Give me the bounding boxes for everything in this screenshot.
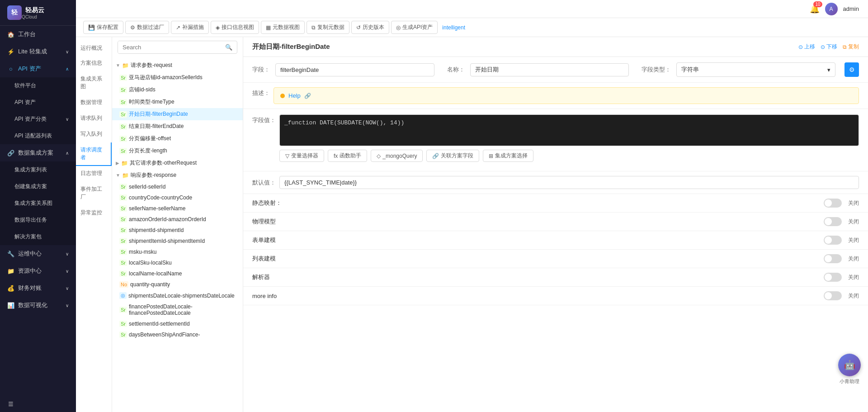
tree-folder-other[interactable]: ▶ 📁 其它请求参数-otherRequest <box>112 157 243 169</box>
static-map-toggle[interactable] <box>824 199 842 208</box>
sidebar-item-data-export[interactable]: 数据导出任务 <box>0 212 76 228</box>
intelligent-link[interactable]: intelligent <box>439 23 468 33</box>
tree-item-10[interactable]: Sr sellerId-sellerId <box>112 181 243 192</box>
data-viz-icon: 📊 <box>7 302 14 309</box>
history-button[interactable]: ↺ 历史版本 <box>351 21 389 34</box>
type-str-3: Sr <box>119 111 127 118</box>
tree-item-5[interactable]: Sr 分页偏移量-offset <box>112 133 243 145</box>
parser-toggle[interactable] <box>824 273 842 282</box>
sidebar-item-solution-list[interactable]: 集成方案列表 <box>0 161 76 178</box>
action-down[interactable]: ⊙ 下移 <box>821 43 837 51</box>
tree-item-0[interactable]: Sr 亚马逊店铺id-amazonSellerIds <box>112 71 243 84</box>
nav-solution-info-label: 方案信息 <box>80 59 102 67</box>
tree-item-11[interactable]: Sr countryCode-countryCode <box>112 192 243 203</box>
tree-item-22[interactable]: Sr settlementId-settlementId <box>112 318 243 329</box>
left-sidebar: 轻 轻易云 QCloud 🏠 工作台 ⚡ Lite 轻集成 ∨ ○ API 资产… <box>0 0 76 412</box>
mongo-query-button[interactable]: ◇ _mongoQuery <box>371 150 423 162</box>
generate-api-button[interactable]: ◎ 生成API资产 <box>391 21 438 34</box>
solution-select-button[interactable]: ⊞ 集成方案选择 <box>483 150 533 162</box>
tree-item-3[interactable]: Sr 开始日期-filterBeginDate <box>112 108 243 120</box>
action-up[interactable]: ⊙ 上移 <box>798 43 815 51</box>
more-info-label: more info <box>252 293 824 299</box>
related-field-button[interactable]: 🔗 关联方案字段 <box>426 150 479 162</box>
variable-selector-button[interactable]: ▽ 变量选择器 <box>279 150 324 162</box>
tree-item-20[interactable]: ◎ shipmentsDateLocale-shipmentsDateLocal… <box>112 290 243 301</box>
tree-item-12[interactable]: Sr sellerName-sellerName <box>112 203 243 214</box>
gear-icon: ⚙ <box>849 66 855 73</box>
tree-item-18[interactable]: Sr localName-localName <box>112 268 243 279</box>
physical-model-toggle[interactable] <box>824 217 842 226</box>
name-input[interactable] <box>470 63 629 76</box>
tree-folder-response[interactable]: ▼ 📁 响应参数-response <box>112 169 243 181</box>
sidebar-item-solution-map[interactable]: 集成方案关系图 <box>0 195 76 212</box>
tree-item-14[interactable]: Sr shipmentId-shipmentId <box>112 225 243 236</box>
chat-assistant[interactable]: 🤖 小青助理 <box>838 354 861 385</box>
sidebar-item-data-viz[interactable]: 📊 数据可视化 ∨ <box>0 297 76 314</box>
nav-data-mgmt[interactable]: 数据管理 <box>76 95 112 111</box>
tree-item-6[interactable]: Sr 分页长度-length <box>112 145 243 157</box>
tree-label-13: amazonOrderId-amazonOrderId <box>129 216 206 223</box>
sidebar-item-software[interactable]: 软件平台 <box>0 77 76 94</box>
nav-request-queue[interactable]: 请求队列 <box>76 111 112 127</box>
more-info-toggle[interactable] <box>824 291 842 300</box>
tree-item-13[interactable]: Sr amazonOrderId-amazonOrderId <box>112 214 243 225</box>
tree-item-23[interactable]: Sr daysBetweenShipAndFiance- <box>112 329 243 340</box>
save-config-label: 保存配置 <box>97 24 118 31</box>
action-copy[interactable]: ⧉ 复制 <box>843 43 859 51</box>
sidebar-item-ops[interactable]: 🔧 运维中心 ∨ <box>0 245 76 262</box>
tree-item-17[interactable]: Sr localSku-localSku <box>112 257 243 268</box>
nav-overview[interactable]: 运行概况 <box>76 41 112 56</box>
interface-info-button[interactable]: ◈ 接口信息视图 <box>211 21 259 34</box>
search-icon[interactable]: 🔍 <box>221 41 237 53</box>
assistant-avatar[interactable]: 🤖 <box>838 354 861 376</box>
sidebar-item-data-integration[interactable]: 🔗 数据集成方案 ∧ <box>0 144 76 161</box>
nav-solution-info[interactable]: 方案信息 <box>76 56 112 71</box>
tree-item-15[interactable]: Sr shipmentItemId-shipmentItemId <box>112 236 243 246</box>
tree-item-4[interactable]: Sr 结束日期-filterEndDate <box>112 120 243 133</box>
sidebar-label-data-viz: 数据可视化 <box>18 301 47 309</box>
field-input[interactable] <box>275 63 434 76</box>
search-input[interactable] <box>118 41 221 53</box>
sidebar-item-api[interactable]: ○ API 资产 ∧ <box>0 60 76 77</box>
sidebar-item-finance[interactable]: 💰 财务对账 ∨ <box>0 279 76 297</box>
tree-item-19[interactable]: No quantity-quantity <box>112 279 243 290</box>
nav-event-factory[interactable]: 事件加工厂 <box>76 182 112 205</box>
nav-requester[interactable]: 请求调度者 <box>76 142 112 166</box>
tree-item-16[interactable]: Sr msku-msku <box>112 246 243 257</box>
data-filter-button[interactable]: ⚙ 数据过滤厂 <box>125 21 169 34</box>
patch-button[interactable]: ↗ 补漏措施 <box>171 21 209 34</box>
tree-item-2[interactable]: Sr 时间类型-timeType <box>112 96 243 108</box>
tree-item-1[interactable]: Sr 店铺id-sids <box>112 84 243 96</box>
nav-write-queue[interactable]: 写入队列 <box>76 127 112 142</box>
meta-view-button[interactable]: ▦ 元数据视图 <box>261 21 305 34</box>
nav-exception[interactable]: 异常监控 <box>76 205 112 221</box>
save-config-button[interactable]: 💾 保存配置 <box>83 21 123 34</box>
copy-data-button[interactable]: ⧉ 复制元数据 <box>307 21 349 34</box>
desc-help-icon[interactable]: 🔗 <box>304 93 311 99</box>
type-select[interactable]: 字符串 ▾ <box>676 62 835 77</box>
sidebar-item-lite[interactable]: ⚡ Lite 轻集成 ∨ <box>0 43 76 60</box>
sidebar-item-api-assets[interactable]: API 资产 <box>0 94 76 111</box>
list-build-toggle[interactable] <box>824 254 842 263</box>
notification-bell[interactable]: 🔔 10 <box>810 4 820 14</box>
physical-model-text: 关闭 <box>848 218 859 226</box>
sidebar-item-workbench[interactable]: 🏠 工作台 <box>0 26 76 43</box>
code-editor[interactable]: _function DATE(SUBDATE(NOW(), 14)) <box>279 114 859 146</box>
desc-help-link[interactable]: Help <box>288 92 301 99</box>
tree-folder-request[interactable]: ▼ 📁 请求参数-request <box>112 59 243 71</box>
sidebar-item-api-classify[interactable]: API 资产分类 ∨ <box>0 111 76 128</box>
func-helper-button[interactable]: fx 函数助手 <box>328 150 367 162</box>
form-build-toggle[interactable] <box>824 236 842 245</box>
sidebar-menu-icon[interactable]: ☰ <box>0 396 76 412</box>
tree-item-21[interactable]: Sr financePostedDateLocale-financePosted… <box>112 301 243 318</box>
sidebar-item-api-adapter[interactable]: API 适配器列表 <box>0 128 76 144</box>
sidebar-item-resource[interactable]: 📁 资源中心 ∨ <box>0 262 76 279</box>
list-build-label: 列表建模 <box>252 255 824 263</box>
settings-gear-button[interactable]: ⚙ <box>844 62 859 77</box>
default-value-input[interactable] <box>279 176 859 189</box>
type-str-14: Sr <box>119 227 127 233</box>
sidebar-item-solution-package[interactable]: 解决方案包 <box>0 228 76 245</box>
nav-integration-map[interactable]: 集成关系图 <box>76 71 112 95</box>
nav-log[interactable]: 日志管理 <box>76 166 112 182</box>
sidebar-item-create-solution[interactable]: 创建集成方案 <box>0 178 76 195</box>
